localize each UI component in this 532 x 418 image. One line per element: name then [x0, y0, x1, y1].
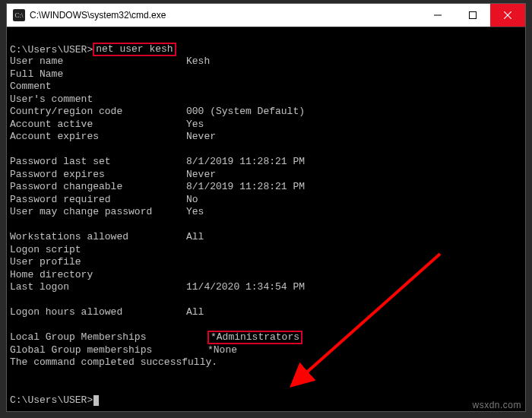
global-group-value: *None: [207, 344, 237, 357]
row-value: 8/1/2019 11:28:21 PM: [186, 181, 305, 194]
row-label: User name: [10, 55, 186, 68]
output-row: Logon hours allowedAll: [10, 306, 525, 319]
row-label: Last logon: [10, 281, 186, 294]
highlighted-command: net user kesh: [93, 43, 176, 56]
blank-line: [10, 369, 525, 382]
rows-block-4: Logon hours allowedAll: [10, 306, 525, 319]
row-label: User profile: [10, 256, 186, 269]
prompt-line: C:\Users\USER>: [10, 394, 525, 407]
row-label: Password changeable: [10, 181, 186, 194]
title-bar[interactable]: C:\ C:\WINDOWS\system32\cmd.exe: [7, 4, 525, 27]
completion-message: The command completed successfully.: [10, 356, 525, 369]
close-icon: [504, 11, 511, 19]
rows-block-2: Password last set8/1/2019 11:28:21 PMPas…: [10, 156, 525, 219]
global-group-row: Global Group memberships *None: [10, 344, 525, 357]
highlighted-admin-group: *Administrators: [207, 331, 302, 344]
output-row: Home directory: [10, 269, 525, 282]
output-row: Country/region code000 (System Default): [10, 106, 525, 119]
row-value: Yes: [186, 206, 204, 219]
window-title: C:\WINDOWS\system32\cmd.exe: [30, 10, 420, 21]
output-row: Account activeYes: [10, 119, 525, 131]
output-row: Password requiredNo: [10, 194, 525, 207]
row-value: Kesh: [186, 55, 210, 68]
svg-rect-1: [470, 12, 477, 19]
close-button[interactable]: [490, 4, 525, 27]
global-group-label: Global Group memberships: [10, 344, 207, 357]
watermark: wsxdn.com: [472, 400, 521, 410]
row-label: Full Name: [10, 68, 186, 81]
row-label: Password expires: [10, 169, 186, 182]
row-label: Account active: [10, 119, 186, 131]
terminal-output[interactable]: C:\Users\USER>net user kesh User nameKes…: [7, 27, 525, 411]
output-row: User's comment: [10, 93, 525, 106]
row-label: Home directory: [10, 269, 186, 282]
row-value: Never: [186, 169, 216, 182]
row-label: Password last set: [10, 156, 186, 169]
row-value: 000 (System Default): [186, 106, 305, 119]
row-label: User's comment: [10, 93, 186, 106]
row-value: Yes: [186, 119, 204, 131]
row-label: Account expires: [10, 131, 186, 144]
maximize-button[interactable]: [455, 4, 490, 27]
row-value: 8/1/2019 11:28:21 PM: [186, 156, 305, 169]
output-row: User nameKesh: [10, 55, 525, 68]
cursor: [93, 395, 99, 406]
output-row: Password changeable8/1/2019 11:28:21 PM: [10, 181, 525, 194]
blank-line: [10, 144, 525, 157]
output-row: Password last set8/1/2019 11:28:21 PM: [10, 156, 525, 169]
blank-line: [10, 219, 525, 232]
maximize-icon: [469, 11, 477, 19]
command-line: C:\Users\USER>net user kesh: [10, 43, 525, 56]
local-group-label: Local Group Memberships: [10, 331, 207, 344]
row-label: Workstations allowed: [10, 231, 186, 244]
output-row: Password expiresNever: [10, 169, 525, 182]
output-row: Logon script: [10, 244, 525, 257]
output-row: Comment: [10, 81, 525, 93]
row-label: Logon script: [10, 244, 186, 257]
row-label: Logon hours allowed: [10, 306, 186, 319]
minimize-icon: [434, 11, 442, 19]
prompt: C:\Users\USER>: [10, 394, 93, 406]
row-value: All: [186, 231, 204, 244]
local-group-row: Local Group Memberships *Administrators: [10, 331, 525, 344]
row-label: Password required: [10, 194, 186, 207]
row-value: No: [186, 194, 198, 207]
output-row: Last logon11/4/2020 1:34:54 PM: [10, 281, 525, 294]
minimize-button[interactable]: [420, 4, 455, 27]
prompt: C:\Users\USER>: [10, 44, 93, 55]
row-label: Country/region code: [10, 106, 186, 119]
output-row: Account expiresNever: [10, 131, 525, 144]
output-row: User may change passwordYes: [10, 206, 525, 219]
output-row: Full Name: [10, 68, 525, 81]
row-label: User may change password: [10, 206, 186, 219]
app-icon: C:\: [13, 9, 25, 21]
row-value: 11/4/2020 1:34:54 PM: [186, 281, 305, 294]
blank-line: [10, 294, 525, 307]
rows-block-1: User nameKeshFull NameCommentUser's comm…: [10, 55, 525, 144]
row-label: Comment: [10, 81, 186, 93]
row-value: Never: [186, 131, 216, 144]
blank-line: [10, 319, 525, 332]
rows-block-3: Workstations allowedAllLogon scriptUser …: [10, 231, 525, 294]
output-row: Workstations allowedAll: [10, 231, 525, 244]
cmd-window: C:\ C:\WINDOWS\system32\cmd.exe C:\Users…: [6, 3, 526, 412]
blank-line: [10, 30, 525, 43]
blank-line: [10, 382, 525, 394]
output-row: User profile: [10, 256, 525, 269]
row-value: All: [186, 306, 204, 319]
